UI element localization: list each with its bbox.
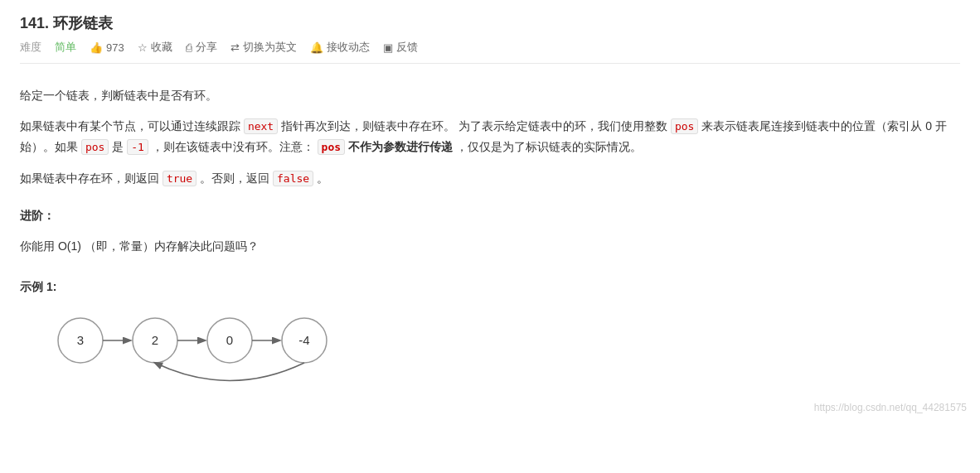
return-pre: 如果链表中存在环，则返回 xyxy=(20,171,159,185)
desc-mid4: ，则在该链表中没有环。注意： xyxy=(152,140,314,153)
code-next: next xyxy=(244,118,278,134)
problem-content: 给定一个链表，判断链表中是否有环。 如果链表中有某个节点，可以通过连续跟踪 ne… xyxy=(20,74,960,407)
subscribe-button[interactable]: 🔔 接收动态 xyxy=(310,40,370,55)
share-button[interactable]: ⎙ 分享 xyxy=(186,40,217,55)
share-label: 分享 xyxy=(196,40,217,55)
svg-text:3: 3 xyxy=(77,333,84,347)
code-pos3: pos xyxy=(318,139,345,155)
switch-lang-button[interactable]: ⇄ 切换为英文 xyxy=(230,40,297,55)
bell-icon: 🔔 xyxy=(310,41,323,54)
toolbar: 难度 简单 👍 973 ☆ 收藏 ⎙ 分享 ⇄ 切换为英文 🔔 接收动态 xyxy=(20,40,960,64)
svg-text:2: 2 xyxy=(152,333,158,347)
code-true: true xyxy=(163,171,196,186)
diagram-svg: 3 2 0 -4 xyxy=(33,307,365,407)
difficulty-value: 简单 xyxy=(55,40,76,55)
problem-title: 141. 环形链表 xyxy=(20,13,113,33)
feedback-label: 反馈 xyxy=(396,40,418,55)
code-pos2: pos xyxy=(81,139,109,155)
code-pos: pos xyxy=(671,118,698,134)
like-button[interactable]: 👍 973 xyxy=(90,41,124,54)
share-icon: ⎙ xyxy=(186,41,192,54)
code-neg1: -1 xyxy=(127,139,148,155)
collect-button[interactable]: ☆ 收藏 xyxy=(138,40,172,55)
return-mid: 。否则，返回 xyxy=(200,171,269,185)
star-icon: ☆ xyxy=(138,41,148,54)
description-paragraph: 如果链表中有某个节点，可以通过连续跟踪 next 指针再次到达，则链表中存在环。… xyxy=(20,116,960,157)
diagram: 3 2 0 -4 xyxy=(33,307,365,407)
example-title: 示例 1: xyxy=(20,277,960,297)
svg-text:0: 0 xyxy=(226,333,233,347)
like-icon: 👍 xyxy=(90,41,103,54)
feedback-button[interactable]: ▣ 反馈 xyxy=(383,40,418,55)
example-section: 示例 1: 3 2 0 xyxy=(20,277,960,407)
like-count: 973 xyxy=(106,41,124,54)
subscribe-label: 接收动态 xyxy=(327,40,370,55)
advanced-text: 你能用 O(1) （即，常量）内存解决此问题吗？ xyxy=(20,236,960,257)
collect-label: 收藏 xyxy=(151,40,172,55)
desc-mid3: 是 xyxy=(112,140,124,153)
feedback-icon: ▣ xyxy=(383,41,393,54)
intro-paragraph: 给定一个链表，判断链表中是否有环。 xyxy=(20,85,960,106)
svg-text:-4: -4 xyxy=(298,333,309,347)
desc-bold: 不作为参数进行传递 xyxy=(348,140,453,153)
desc-mid: 指针再次到达，则链表中存在环。 为了表示给定链表中的环，我们使用整数 xyxy=(281,119,667,133)
return-paragraph: 如果链表中存在环，则返回 true 。否则，返回 false 。 xyxy=(20,168,960,189)
code-false: false xyxy=(273,171,313,186)
advanced-section: 进阶： 你能用 O(1) （即，常量）内存解决此问题吗？ xyxy=(20,205,960,257)
desc-end: ，仅仅是为了标识链表的实际情况。 xyxy=(456,140,642,153)
intro-text: 给定一个链表，判断链表中是否有环。 xyxy=(20,89,217,102)
translate-icon: ⇄ xyxy=(230,41,240,54)
watermark: https://blog.csdn.net/qq_44281575 xyxy=(814,402,967,413)
switch-lang-label: 切换为英文 xyxy=(243,40,297,55)
return-end: 。 xyxy=(317,171,328,185)
advanced-title: 进阶： xyxy=(20,205,960,226)
difficulty-label: 难度 xyxy=(20,40,41,55)
desc-pre: 如果链表中有某个节点，可以通过连续跟踪 xyxy=(20,119,240,133)
